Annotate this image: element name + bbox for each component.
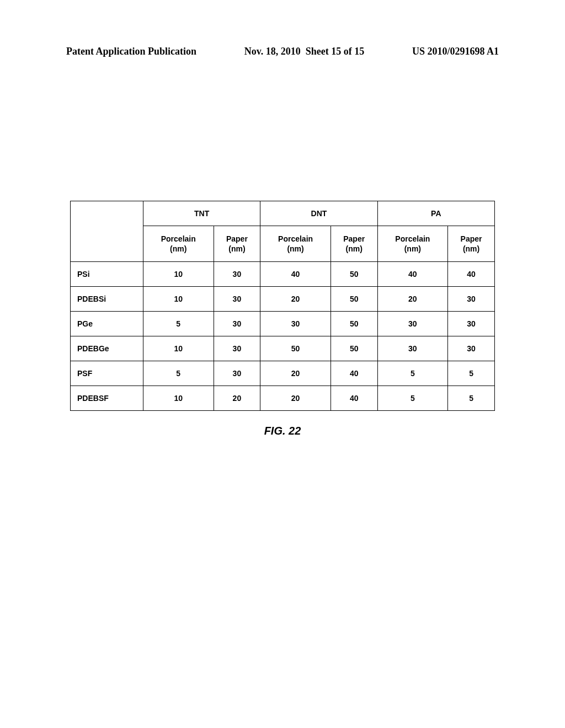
figure-caption: FIG. 22	[0, 425, 565, 437]
table-cell: 40	[331, 386, 377, 411]
table-cell: 30	[448, 312, 495, 336]
table-cell: 30	[377, 336, 448, 361]
sub-header-2: Porcelain(nm)	[260, 226, 331, 262]
table-cell: 20	[260, 386, 331, 411]
table-cell: 20	[214, 386, 260, 411]
table-cell: 20	[260, 287, 331, 312]
table-row: PSi 10 30 40 50 40 40	[71, 262, 495, 287]
table-cell: 5	[377, 386, 448, 411]
table-cell: 20	[377, 287, 448, 312]
table-cell: 5	[377, 361, 448, 386]
row-label: PGe	[71, 312, 143, 336]
row-label: PSF	[71, 361, 143, 386]
table-cell: 50	[260, 336, 331, 361]
table-cell: 5	[448, 361, 495, 386]
sub-header-4: Porcelain(nm)	[377, 226, 448, 262]
table-cell: 50	[331, 262, 377, 287]
table-row: PDEBGe 10 30 50 50 30 30	[71, 336, 495, 361]
table-cell: 40	[377, 262, 448, 287]
table-row: PDEBSF 10 20 20 40 5 5	[71, 386, 495, 411]
sub-header-1: Paper(nm)	[214, 226, 260, 262]
table-cell: 30	[214, 361, 260, 386]
table-cell: 30	[214, 336, 260, 361]
table-cell: 20	[260, 361, 331, 386]
publication-number: US 2010/0291698 A1	[412, 46, 499, 57]
table-cell: 50	[331, 312, 377, 336]
sub-header-3: Paper(nm)	[331, 226, 377, 262]
group-header-pa: PA	[377, 201, 494, 226]
table-cell: 5	[143, 361, 214, 386]
publication-date: Nov. 18, 2010 Sheet 15 of 15	[244, 46, 365, 57]
page-header: Patent Application Publication Nov. 18, …	[0, 46, 565, 57]
table-cell: 10	[143, 386, 214, 411]
table-cell: 10	[143, 287, 214, 312]
sub-header-5: Paper(nm)	[448, 226, 495, 262]
table-cell: 40	[260, 262, 331, 287]
table-cell: 50	[331, 336, 377, 361]
table-cell: 40	[448, 262, 495, 287]
publication-type: Patent Application Publication	[66, 46, 196, 57]
sheet-text: Sheet 15 of 15	[306, 46, 365, 57]
row-label: PDEBSF	[71, 386, 143, 411]
table-cell: 30	[214, 312, 260, 336]
table-group-header-row: TNT DNT PA	[71, 201, 495, 226]
table-row: PDEBSi 10 30 20 50 20 30	[71, 287, 495, 312]
table-cell: 30	[214, 262, 260, 287]
table-cell: 5	[448, 386, 495, 411]
group-header-tnt: TNT	[143, 201, 260, 226]
table-cell: 30	[448, 336, 495, 361]
table-cell: 30	[448, 287, 495, 312]
date-text: Nov. 18, 2010	[244, 46, 301, 57]
data-table: TNT DNT PA Porcelain(nm) Paper(nm) Porce…	[70, 201, 495, 411]
table-cell: 10	[143, 336, 214, 361]
table-cell: 10	[143, 262, 214, 287]
row-label: PSi	[71, 262, 143, 287]
row-label: PDEBGe	[71, 336, 143, 361]
sub-header-0: Porcelain(nm)	[143, 226, 214, 262]
row-label: PDEBSi	[71, 287, 143, 312]
table-row: PGe 5 30 30 50 30 30	[71, 312, 495, 336]
group-header-dnt: DNT	[260, 201, 377, 226]
row-label-header-blank	[71, 201, 143, 262]
table-cell: 40	[331, 361, 377, 386]
table-cell: 5	[143, 312, 214, 336]
table-cell: 50	[331, 287, 377, 312]
table-cell: 30	[260, 312, 331, 336]
table-row: PSF 5 30 20 40 5 5	[71, 361, 495, 386]
table-cell: 30	[214, 287, 260, 312]
data-table-container: TNT DNT PA Porcelain(nm) Paper(nm) Porce…	[70, 201, 495, 411]
table-cell: 30	[377, 312, 448, 336]
